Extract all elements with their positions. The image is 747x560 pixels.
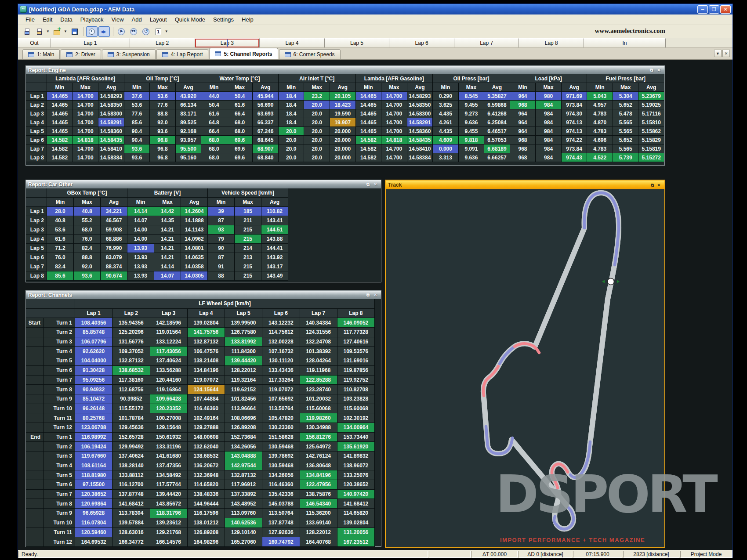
table-cell[interactable]: 4.783 xyxy=(587,127,613,136)
menu-item-help[interactable]: Help xyxy=(238,15,257,24)
table-cell[interactable]: 90.4 xyxy=(124,127,150,136)
table-cell[interactable]: 93.6 xyxy=(124,145,150,153)
save-button[interactable] xyxy=(69,26,80,37)
table-cell[interactable]: 20.000 xyxy=(330,127,356,136)
table-cell[interactable]: 139.57884 xyxy=(112,518,150,528)
loop-button[interactable] xyxy=(140,26,152,37)
table-cell[interactable]: 185 xyxy=(235,207,261,216)
table-cell[interactable]: 101.82456 xyxy=(225,394,262,404)
table-cell[interactable]: 4.870 xyxy=(587,118,613,127)
table-cell[interactable]: 14.0305 xyxy=(181,271,208,281)
table-cell[interactable]: 119.87856 xyxy=(337,366,375,376)
table-cell[interactable]: 984 xyxy=(536,101,562,109)
table-cell[interactable]: 164.40768 xyxy=(300,537,337,547)
table-cell[interactable]: 139.78692 xyxy=(262,452,300,461)
table-cell[interactable]: 4.522 xyxy=(587,153,613,162)
table-cell[interactable]: 56.690 xyxy=(253,101,279,109)
table-cell[interactable]: 66.337 xyxy=(253,118,279,127)
table-cell[interactable]: 61.6 xyxy=(201,109,227,118)
lap-segment-lap-7[interactable]: Lap 7 xyxy=(454,38,519,47)
table-cell[interactable]: 105.47820 xyxy=(262,413,300,423)
table-cell[interactable]: 90.674 xyxy=(101,271,127,281)
table-cell[interactable]: 101.78784 xyxy=(112,413,150,423)
table-cell[interactable]: 136.20672 xyxy=(188,461,225,471)
table-cell[interactable]: 68.645 xyxy=(253,136,279,145)
table-cell[interactable]: 143.85672 xyxy=(150,499,188,509)
table-cell[interactable]: 6.68189 xyxy=(484,145,510,153)
table-cell[interactable]: 964 xyxy=(510,109,536,118)
table-cell[interactable]: 6.59868 xyxy=(484,101,510,109)
table-cell[interactable]: 76.0 xyxy=(47,253,74,262)
table-cell[interactable]: 119.01564 xyxy=(150,328,188,337)
table-cell[interactable]: 14.58384 xyxy=(98,153,124,162)
table-cell[interactable]: 968 xyxy=(510,136,536,145)
table-cell[interactable]: 23.2 xyxy=(304,92,330,101)
table-cell[interactable]: 142.18596 xyxy=(150,318,188,328)
table-cell[interactable]: 108.40356 xyxy=(75,318,112,328)
table-cell[interactable]: 126.89208 xyxy=(225,423,262,433)
table-cell[interactable]: 14.582 xyxy=(47,145,73,153)
table-cell[interactable]: 964 xyxy=(510,127,536,136)
table-cell[interactable]: 88.374 xyxy=(101,262,127,271)
table-cell[interactable]: 93.6 xyxy=(150,127,176,136)
table-cell[interactable]: 132.62040 xyxy=(188,442,225,452)
new-window-button[interactable] xyxy=(34,26,45,37)
dropdown-arrow-icon[interactable]: ▼ xyxy=(46,29,50,33)
table-cell[interactable]: 93.6 xyxy=(124,153,150,162)
table-cell[interactable]: 119.32164 xyxy=(225,376,262,385)
table-cell[interactable]: 50.4 xyxy=(227,92,253,101)
table-cell[interactable]: 14.465 xyxy=(47,109,73,118)
table-cell[interactable]: 14.465 xyxy=(356,127,382,136)
table-cell[interactable]: 8.545 xyxy=(459,92,485,101)
table-cell[interactable]: 14.465 xyxy=(356,118,382,127)
table-cell[interactable]: 13.93 xyxy=(127,253,154,262)
table-cell[interactable]: 53.6 xyxy=(150,92,176,101)
table-cell[interactable]: 95.160 xyxy=(176,153,202,162)
table-cell[interactable]: 153.73440 xyxy=(337,433,375,442)
menu-item-quick-mode[interactable]: Quick Mode xyxy=(171,15,209,24)
table-cell[interactable]: 18.4 xyxy=(279,118,305,127)
rewind-button[interactable] xyxy=(128,26,139,37)
lap-segment-out[interactable]: Out xyxy=(18,38,51,47)
table-cell[interactable]: 14.465 xyxy=(47,127,73,136)
table-cell[interactable]: 115.36200 xyxy=(300,509,337,518)
table-cell[interactable]: 9.636 xyxy=(459,118,485,127)
table-cell[interactable]: 14.700 xyxy=(381,92,407,101)
detach-icon[interactable]: ⧉ xyxy=(648,67,655,73)
detach-icon[interactable]: ⧉ xyxy=(365,181,371,188)
table-cell[interactable]: 13.93 xyxy=(127,262,154,271)
table-cell[interactable]: 82.4 xyxy=(74,244,101,253)
table-cell[interactable]: 14.14 xyxy=(154,262,181,271)
table-cell[interactable]: 143.17 xyxy=(261,262,288,271)
table-cell[interactable]: 14.582 xyxy=(47,153,73,162)
table-cell[interactable]: 964 xyxy=(510,92,536,101)
table-cell[interactable]: 118.31796 xyxy=(150,509,188,518)
table-cell[interactable]: 213 xyxy=(235,253,261,262)
table-cell[interactable]: 68.0 xyxy=(74,225,101,235)
table-cell[interactable]: 984 xyxy=(536,127,562,136)
table-cell[interactable]: 139.44420 xyxy=(150,490,188,499)
table-cell[interactable]: 125.64972 xyxy=(300,442,337,452)
table-cell[interactable]: 61.6 xyxy=(47,235,74,244)
table-cell[interactable]: 143.92 xyxy=(261,253,288,262)
table-cell[interactable]: 9.273 xyxy=(459,109,485,118)
table-cell[interactable]: 61.6 xyxy=(227,101,253,109)
table-cell[interactable]: 6.66257 xyxy=(484,153,510,162)
table-cell[interactable]: 14.700 xyxy=(73,127,99,136)
table-cell[interactable]: 130.23360 xyxy=(262,423,300,433)
table-cell[interactable]: 43.920 xyxy=(176,92,202,101)
table-cell[interactable]: 146.54340 xyxy=(300,499,337,509)
table-cell[interactable]: 117.57744 xyxy=(150,480,188,490)
table-cell[interactable]: 984 xyxy=(536,136,562,145)
table-cell[interactable]: 116.17596 xyxy=(188,509,225,518)
table-cell[interactable]: 107.16732 xyxy=(262,347,300,356)
table-cell[interactable]: 130.59468 xyxy=(262,442,300,452)
table-cell[interactable]: 4.783 xyxy=(587,109,613,118)
close-icon[interactable]: ✕ xyxy=(656,182,662,188)
table-cell[interactable]: 14.818 xyxy=(73,136,99,145)
table-cell[interactable]: 20.000 xyxy=(330,136,356,145)
table-cell[interactable]: 113.50764 xyxy=(262,404,300,414)
table-cell[interactable]: 135.42336 xyxy=(262,490,300,499)
table-cell[interactable]: 34.221 xyxy=(101,207,127,216)
table-cell[interactable]: 83.079 xyxy=(101,253,127,262)
